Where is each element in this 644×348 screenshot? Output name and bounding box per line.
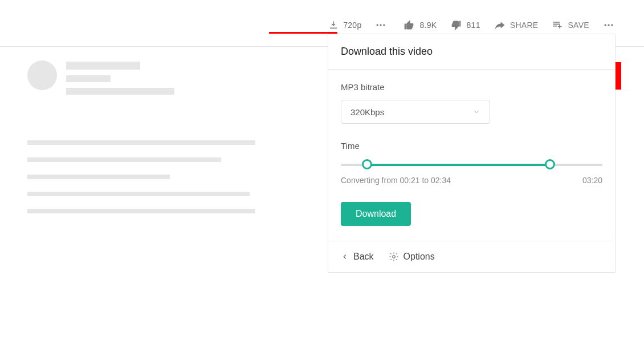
more-actions-button[interactable] — [596, 19, 621, 31]
download-more-button[interactable] — [368, 19, 393, 31]
panel-title: Download this video — [328, 34, 615, 70]
skeleton-line — [27, 140, 255, 145]
chevron-left-icon — [341, 253, 349, 261]
dislike-count: 811 — [466, 21, 480, 30]
bitrate-select[interactable]: 320Kbps — [341, 100, 490, 124]
time-range-slider[interactable] — [341, 159, 602, 170]
description-placeholder — [27, 140, 255, 213]
skeleton-line — [27, 192, 250, 196]
slider-fill — [367, 164, 550, 166]
skeleton-line — [66, 88, 174, 95]
svg-point-2 — [384, 24, 385, 26]
playlist-add-icon — [552, 19, 563, 31]
bitrate-value: 320Kbps — [350, 107, 384, 117]
share-icon — [494, 19, 506, 31]
skeleton-line — [27, 157, 221, 162]
skeleton-line — [27, 209, 255, 213]
svg-point-5 — [611, 24, 613, 26]
svg-point-4 — [608, 24, 609, 26]
gear-icon — [389, 252, 399, 262]
skeleton-line — [27, 175, 170, 179]
slider-info: Converting from 00:21 to 02:34 03:20 — [341, 176, 602, 185]
like-count: 8.9K — [419, 21, 437, 30]
svg-point-0 — [377, 24, 378, 26]
share-button[interactable]: SHARE — [487, 19, 545, 31]
panel-footer: Back Options — [328, 241, 615, 272]
bitrate-label: MP3 bitrate — [341, 82, 602, 92]
download-button[interactable]: Download — [341, 202, 411, 226]
more-horizontal-icon — [603, 19, 614, 31]
active-tab-indicator — [269, 32, 337, 34]
svg-point-3 — [605, 24, 606, 26]
channel-text-placeholder — [66, 60, 174, 95]
download-icon — [328, 20, 339, 30]
svg-point-1 — [380, 24, 382, 26]
skeleton-line — [66, 75, 111, 82]
panel-body: MP3 bitrate 320Kbps Time Converting from… — [328, 70, 615, 241]
slider-handle-end[interactable] — [545, 159, 555, 169]
channel-row — [27, 60, 174, 95]
save-label: SAVE — [568, 21, 589, 30]
like-button[interactable]: 8.9K — [397, 19, 443, 31]
thumbs-down-icon — [450, 19, 462, 31]
skeleton-line — [66, 62, 140, 70]
download-quality-label: 720p — [343, 21, 361, 30]
dislike-button[interactable]: 811 — [443, 19, 487, 31]
avatar[interactable] — [27, 60, 57, 90]
slider-handle-start[interactable] — [362, 159, 372, 169]
options-button[interactable]: Options — [389, 252, 435, 262]
more-horizontal-icon — [375, 19, 386, 31]
share-label: SHARE — [510, 21, 539, 30]
back-button[interactable]: Back — [341, 252, 374, 262]
options-label: Options — [403, 252, 435, 262]
thumbs-up-icon — [403, 19, 415, 31]
back-label: Back — [353, 252, 374, 262]
total-duration-text: 03:20 — [582, 176, 602, 185]
download-quality-button[interactable]: 720p — [321, 20, 368, 30]
action-toolbar: 720p 8.9K 811 SHARE SAVE — [0, 17, 644, 33]
download-panel: Download this video MP3 bitrate 320Kbps … — [328, 34, 616, 273]
save-button[interactable]: SAVE — [545, 19, 596, 31]
chevron-down-icon — [472, 108, 480, 116]
time-label: Time — [341, 141, 602, 151]
converting-range-text: Converting from 00:21 to 02:34 — [341, 176, 451, 185]
svg-point-6 — [392, 256, 395, 258]
